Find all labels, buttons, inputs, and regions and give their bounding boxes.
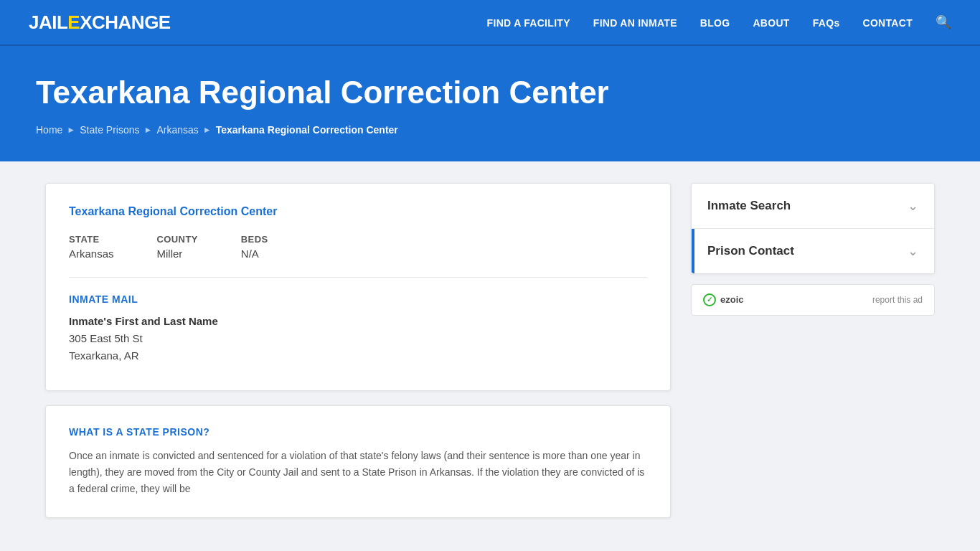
county-label: COUNTY [157,234,198,245]
search-icon[interactable]: 🔍 [936,15,951,29]
inmate-mail-label: INMATE MAIL [69,293,647,305]
breadcrumb-state-prisons[interactable]: State Prisons [80,124,139,136]
breadcrumb-sep-2: ► [144,125,153,135]
page-title: Texarkana Regional Correction Center [36,75,944,111]
chevron-down-icon-prison-contact: ⌄ [908,243,918,259]
state-label: STATE [69,234,114,245]
navbar: JAILEXCHANGE FIND A FACILITY FIND AN INM… [0,0,980,46]
mail-name: Inmate's First and Last Name [69,315,647,327]
beds-label: BEDS [241,234,268,245]
logo-jail: JAIL [29,11,67,34]
logo-exchange-rest: XCHANGE [80,11,171,34]
logo-x: E [67,11,80,34]
nav-find-inmate[interactable]: FIND AN INMATE [593,17,677,29]
info-card: WHAT IS A STATE PRISON? Once an inmate i… [45,405,671,518]
accordion: Inmate Search ⌄ Prison Contact ⌄ [691,183,935,274]
nav-contact[interactable]: CONTACT [863,17,913,29]
mail-address-line2: Texarkana, AR [69,349,139,362]
state-value: Arkansas [69,248,114,260]
page-content: Texarkana Regional Correction Center STA… [24,161,956,540]
nav-find-facility[interactable]: FIND A FACILITY [487,17,570,29]
facility-card: Texarkana Regional Correction Center STA… [45,183,671,391]
beds-info: BEDS N/A [241,234,268,260]
mail-address: 305 East 5th St Texarkana, AR [69,330,647,364]
logo[interactable]: JAILEXCHANGE [29,11,171,34]
accordion-label-inmate-search: Inmate Search [707,199,791,213]
state-info: STATE Arkansas [69,234,114,260]
facility-card-title: Texarkana Regional Correction Center [69,205,647,218]
ad-area: ✓ ezoic report this ad [691,284,935,316]
accordion-item-inmate-search: Inmate Search ⌄ [692,184,934,229]
report-ad-link[interactable]: report this ad [872,295,923,305]
ezoic-label: ezoic [720,294,744,305]
ezoic-icon: ✓ [703,293,716,306]
breadcrumb-sep-1: ► [67,125,75,135]
facility-info-grid: STATE Arkansas COUNTY Miller BEDS N/A [69,234,647,260]
mail-address-line1: 305 East 5th St [69,332,143,344]
county-info: COUNTY Miller [157,234,198,260]
breadcrumb-arkansas[interactable]: Arkansas [156,124,198,136]
nav-links: FIND A FACILITY FIND AN INMATE BLOG ABOU… [487,14,951,30]
accordion-label-prison-contact: Prison Contact [707,244,794,258]
hero-section: Texarkana Regional Correction Center Hom… [0,46,980,161]
divider [69,277,647,278]
breadcrumb-sep-3: ► [203,125,212,135]
sidebar: Inmate Search ⌄ Prison Contact ⌄ ✓ ezoic… [691,183,935,316]
accordion-item-prison-contact: Prison Contact ⌄ [692,229,934,273]
nav-blog[interactable]: BLOG [700,17,730,29]
nav-about[interactable]: ABOUT [753,17,789,29]
nav-faqs[interactable]: FAQs [813,17,840,29]
ezoic-badge: ✓ ezoic [703,293,744,306]
breadcrumb-current: Texarkana Regional Correction Center [216,124,398,136]
info-card-title: WHAT IS A STATE PRISON? [69,426,647,438]
info-card-body: Once an inmate is convicted and sentence… [69,448,647,497]
breadcrumb: Home ► State Prisons ► Arkansas ► Texark… [36,124,944,136]
accordion-header-prison-contact[interactable]: Prison Contact ⌄ [692,229,934,273]
county-value: Miller [157,248,183,260]
accordion-header-inmate-search[interactable]: Inmate Search ⌄ [692,184,934,228]
chevron-down-icon-inmate-search: ⌄ [908,198,918,214]
breadcrumb-home[interactable]: Home [36,124,62,136]
beds-value: N/A [241,248,259,260]
